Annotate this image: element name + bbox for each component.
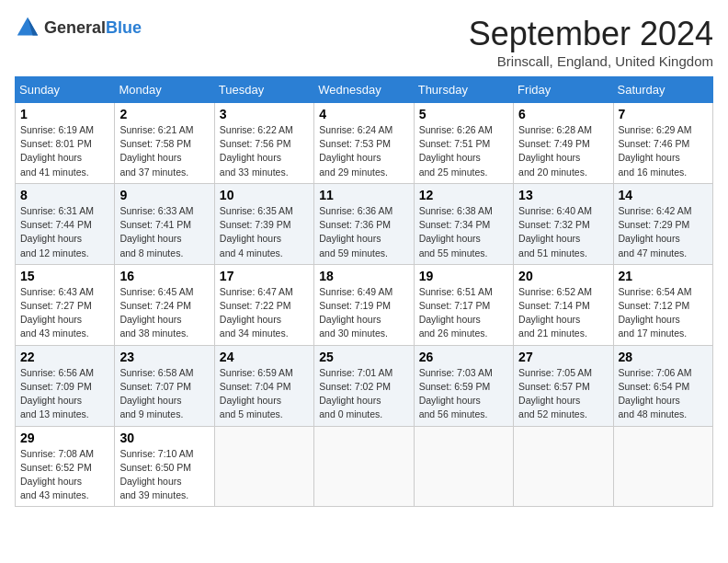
- calendar-cell: 26Sunrise: 7:03 AMSunset: 6:59 PMDayligh…: [414, 345, 513, 426]
- calendar-cell: 18Sunrise: 6:49 AMSunset: 7:19 PMDayligh…: [314, 264, 414, 345]
- day-info: Sunrise: 6:47 AMSunset: 7:22 PMDaylight …: [220, 285, 309, 341]
- logo-icon: [15, 15, 40, 40]
- day-info: Sunrise: 7:10 AMSunset: 6:50 PMDaylight …: [119, 447, 209, 503]
- column-header-monday: Monday: [115, 77, 214, 103]
- column-header-saturday: Saturday: [613, 77, 712, 103]
- calendar-cell: [514, 426, 613, 507]
- day-info: Sunrise: 6:42 AMSunset: 7:29 PMDaylight …: [619, 204, 708, 260]
- calendar-cell: 2Sunrise: 6:21 AMSunset: 7:58 PMDaylight…: [115, 103, 214, 184]
- day-number: 15: [20, 269, 109, 283]
- day-info: Sunrise: 6:35 AMSunset: 7:39 PMDaylight …: [220, 204, 309, 260]
- calendar-cell: 4Sunrise: 6:24 AMSunset: 7:53 PMDaylight…: [314, 103, 414, 184]
- day-number: 6: [518, 107, 608, 121]
- calendar-cell: [314, 426, 414, 507]
- day-number: 14: [619, 188, 708, 202]
- calendar-cell: 11Sunrise: 6:36 AMSunset: 7:36 PMDayligh…: [314, 183, 414, 264]
- day-info: Sunrise: 6:54 AMSunset: 7:12 PMDaylight …: [619, 285, 708, 341]
- day-info: Sunrise: 6:31 AMSunset: 7:44 PMDaylight …: [20, 204, 109, 260]
- calendar-week-1: 1Sunrise: 6:19 AMSunset: 8:01 PMDaylight…: [16, 103, 713, 184]
- column-header-wednesday: Wednesday: [314, 77, 414, 103]
- day-number: 13: [518, 188, 608, 202]
- day-info: Sunrise: 6:52 AMSunset: 7:14 PMDaylight …: [518, 285, 608, 341]
- day-info: Sunrise: 6:56 AMSunset: 7:09 PMDaylight …: [20, 366, 109, 422]
- day-number: 23: [119, 350, 209, 364]
- calendar-cell: 13Sunrise: 6:40 AMSunset: 7:32 PMDayligh…: [514, 183, 613, 264]
- logo-text: GeneralBlue: [44, 19, 142, 36]
- calendar-cell: 1Sunrise: 6:19 AMSunset: 8:01 PMDaylight…: [16, 103, 115, 184]
- day-number: 18: [319, 269, 408, 283]
- calendar-cell: 5Sunrise: 6:26 AMSunset: 7:51 PMDaylight…: [414, 103, 513, 184]
- day-number: 30: [119, 431, 209, 445]
- page-header: GeneralBlue September 2024 Brinscall, En…: [15, 15, 713, 69]
- day-info: Sunrise: 6:36 AMSunset: 7:36 PMDaylight …: [319, 204, 408, 260]
- day-number: 10: [220, 188, 309, 202]
- column-header-thursday: Thursday: [414, 77, 513, 103]
- calendar-cell: 30Sunrise: 7:10 AMSunset: 6:50 PMDayligh…: [115, 426, 214, 507]
- calendar-cell: 21Sunrise: 6:54 AMSunset: 7:12 PMDayligh…: [613, 264, 712, 345]
- day-number: 24: [220, 350, 309, 364]
- calendar-cell: 6Sunrise: 6:28 AMSunset: 7:49 PMDaylight…: [514, 103, 613, 184]
- day-number: 29: [20, 431, 109, 445]
- calendar-cell: [414, 426, 513, 507]
- day-info: Sunrise: 6:45 AMSunset: 7:24 PMDaylight …: [119, 285, 209, 341]
- day-number: 26: [419, 350, 508, 364]
- day-info: Sunrise: 6:59 AMSunset: 7:04 PMDaylight …: [220, 366, 309, 422]
- day-info: Sunrise: 6:26 AMSunset: 7:51 PMDaylight …: [419, 123, 508, 179]
- day-number: 22: [20, 350, 109, 364]
- calendar-cell: 9Sunrise: 6:33 AMSunset: 7:41 PMDaylight…: [115, 183, 214, 264]
- day-info: Sunrise: 7:06 AMSunset: 6:54 PMDaylight …: [619, 366, 708, 422]
- calendar-cell: 22Sunrise: 6:56 AMSunset: 7:09 PMDayligh…: [16, 345, 115, 426]
- day-info: Sunrise: 6:33 AMSunset: 7:41 PMDaylight …: [119, 204, 209, 260]
- calendar-cell: 24Sunrise: 6:59 AMSunset: 7:04 PMDayligh…: [214, 345, 313, 426]
- day-info: Sunrise: 6:19 AMSunset: 8:01 PMDaylight …: [20, 123, 109, 179]
- logo: GeneralBlue: [15, 15, 142, 40]
- calendar-cell: 12Sunrise: 6:38 AMSunset: 7:34 PMDayligh…: [414, 183, 513, 264]
- day-info: Sunrise: 6:22 AMSunset: 7:56 PMDaylight …: [220, 123, 309, 179]
- day-number: 27: [518, 350, 608, 364]
- day-number: 2: [119, 107, 209, 121]
- calendar-table: SundayMondayTuesdayWednesdayThursdayFrid…: [15, 76, 713, 507]
- calendar-week-4: 22Sunrise: 6:56 AMSunset: 7:09 PMDayligh…: [16, 345, 713, 426]
- day-info: Sunrise: 6:29 AMSunset: 7:46 PMDaylight …: [619, 123, 708, 179]
- day-number: 25: [319, 350, 408, 364]
- column-header-sunday: Sunday: [16, 77, 115, 103]
- calendar-cell: 29Sunrise: 7:08 AMSunset: 6:52 PMDayligh…: [16, 426, 115, 507]
- day-number: 12: [419, 188, 508, 202]
- day-number: 19: [419, 269, 508, 283]
- calendar-cell: 15Sunrise: 6:43 AMSunset: 7:27 PMDayligh…: [16, 264, 115, 345]
- calendar-header-row: SundayMondayTuesdayWednesdayThursdayFrid…: [16, 77, 713, 103]
- calendar-week-2: 8Sunrise: 6:31 AMSunset: 7:44 PMDaylight…: [16, 183, 713, 264]
- title-block: September 2024 Brinscall, England, Unite…: [469, 15, 713, 69]
- calendar-cell: 3Sunrise: 6:22 AMSunset: 7:56 PMDaylight…: [214, 103, 313, 184]
- day-info: Sunrise: 7:08 AMSunset: 6:52 PMDaylight …: [20, 447, 109, 503]
- calendar-cell: 8Sunrise: 6:31 AMSunset: 7:44 PMDaylight…: [16, 183, 115, 264]
- calendar-week-3: 15Sunrise: 6:43 AMSunset: 7:27 PMDayligh…: [16, 264, 713, 345]
- column-header-tuesday: Tuesday: [214, 77, 313, 103]
- day-number: 11: [319, 188, 408, 202]
- day-info: Sunrise: 6:51 AMSunset: 7:17 PMDaylight …: [419, 285, 508, 341]
- day-number: 1: [20, 107, 109, 121]
- day-info: Sunrise: 6:43 AMSunset: 7:27 PMDaylight …: [20, 285, 109, 341]
- day-info: Sunrise: 7:01 AMSunset: 7:02 PMDaylight …: [319, 366, 408, 422]
- day-number: 3: [220, 107, 309, 121]
- column-header-friday: Friday: [514, 77, 613, 103]
- calendar-cell: 20Sunrise: 6:52 AMSunset: 7:14 PMDayligh…: [514, 264, 613, 345]
- day-info: Sunrise: 6:49 AMSunset: 7:19 PMDaylight …: [319, 285, 408, 341]
- day-number: 20: [518, 269, 608, 283]
- day-number: 9: [119, 188, 209, 202]
- day-number: 16: [119, 269, 209, 283]
- day-info: Sunrise: 6:24 AMSunset: 7:53 PMDaylight …: [319, 123, 408, 179]
- day-number: 5: [419, 107, 508, 121]
- month-title: September 2024: [469, 15, 713, 53]
- day-info: Sunrise: 6:40 AMSunset: 7:32 PMDaylight …: [518, 204, 608, 260]
- calendar-cell: 7Sunrise: 6:29 AMSunset: 7:46 PMDaylight…: [613, 103, 712, 184]
- day-number: 4: [319, 107, 408, 121]
- calendar-cell: 10Sunrise: 6:35 AMSunset: 7:39 PMDayligh…: [214, 183, 313, 264]
- day-info: Sunrise: 7:05 AMSunset: 6:57 PMDaylight …: [518, 366, 608, 422]
- day-number: 21: [619, 269, 708, 283]
- location-title: Brinscall, England, United Kingdom: [469, 53, 713, 69]
- calendar-cell: 17Sunrise: 6:47 AMSunset: 7:22 PMDayligh…: [214, 264, 313, 345]
- calendar-cell: 16Sunrise: 6:45 AMSunset: 7:24 PMDayligh…: [115, 264, 214, 345]
- calendar-week-5: 29Sunrise: 7:08 AMSunset: 6:52 PMDayligh…: [16, 426, 713, 507]
- day-info: Sunrise: 6:58 AMSunset: 7:07 PMDaylight …: [119, 366, 209, 422]
